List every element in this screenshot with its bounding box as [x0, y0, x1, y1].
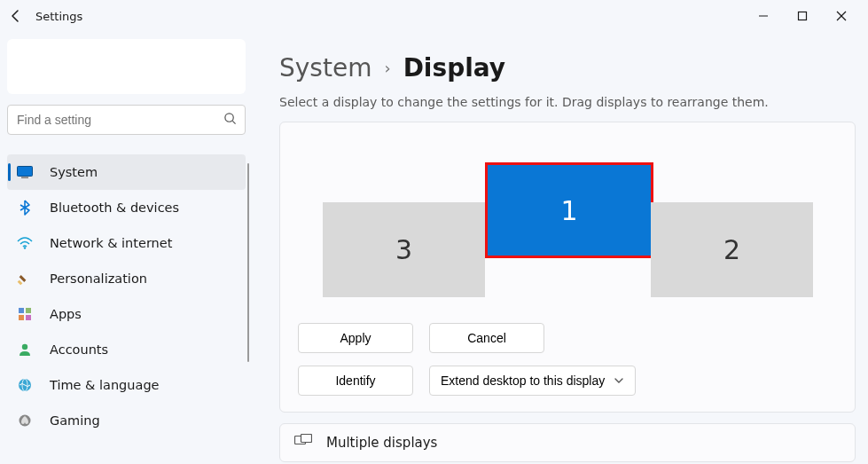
- search-container: [7, 105, 246, 135]
- maximize-button[interactable]: [794, 4, 811, 28]
- sidebar: System Bluetooth & devices Network & int…: [0, 32, 253, 464]
- system-icon: [16, 163, 34, 181]
- sidebar-item-accounts[interactable]: Accounts: [7, 332, 246, 367]
- svg-point-4: [225, 114, 233, 122]
- display-stage[interactable]: 3 1 2: [298, 133, 837, 316]
- back-button[interactable]: [4, 4, 28, 28]
- sidebar-item-label: System: [50, 165, 98, 179]
- svg-rect-12: [26, 308, 31, 313]
- multiple-displays-icon: [294, 434, 312, 452]
- sidebar-item-personalization[interactable]: Personalization: [7, 261, 246, 296]
- svg-rect-11: [19, 308, 24, 313]
- minimize-button[interactable]: [755, 4, 772, 28]
- search-input[interactable]: [7, 105, 246, 135]
- svg-line-5: [232, 121, 235, 123]
- title-bar: Settings: [0, 0, 868, 32]
- section-label: Multiple displays: [326, 435, 437, 451]
- sidebar-item-system[interactable]: System: [7, 154, 246, 190]
- sidebar-item-time[interactable]: Time & language: [7, 367, 246, 403]
- svg-point-8: [24, 247, 26, 248]
- sidebar-item-label: Apps: [50, 307, 82, 321]
- breadcrumb-parent[interactable]: System: [279, 53, 371, 83]
- svg-rect-13: [19, 315, 24, 320]
- account-card[interactable]: [7, 39, 246, 94]
- svg-rect-6: [18, 167, 33, 177]
- cancel-button[interactable]: Cancel: [429, 323, 544, 353]
- search-icon: [223, 112, 237, 128]
- svg-rect-14: [26, 315, 31, 320]
- display-mode-dropdown[interactable]: Extend desktop to this display: [429, 366, 636, 396]
- gaming-icon: [16, 412, 34, 429]
- breadcrumb-current: Display: [403, 53, 505, 83]
- sidebar-item-bluetooth[interactable]: Bluetooth & devices: [7, 190, 246, 225]
- close-button[interactable]: [833, 4, 850, 28]
- dropdown-label: Extend desktop to this display: [441, 374, 605, 388]
- svg-rect-1: [799, 12, 807, 20]
- sidebar-item-gaming[interactable]: Gaming: [7, 403, 246, 438]
- display-2[interactable]: 2: [651, 202, 813, 297]
- display-1-selected[interactable]: 1: [485, 162, 653, 258]
- svg-rect-20: [301, 435, 312, 443]
- svg-rect-7: [21, 177, 28, 179]
- sidebar-item-network[interactable]: Network & internet: [7, 225, 246, 261]
- nav-scrollbar[interactable]: [247, 163, 249, 362]
- multiple-displays-section[interactable]: Multiple displays: [279, 423, 856, 462]
- page-subtitle: Select a display to change the settings …: [279, 95, 856, 109]
- display-arrangement-card: 3 1 2 Apply Cancel Identify Extend deskt…: [279, 122, 856, 413]
- sidebar-item-label: Bluetooth & devices: [50, 201, 179, 215]
- sidebar-item-label: Network & internet: [50, 236, 172, 250]
- apply-button[interactable]: Apply: [298, 323, 413, 353]
- sidebar-item-label: Gaming: [50, 413, 100, 428]
- minimize-icon: [758, 11, 769, 21]
- sidebar-item-label: Accounts: [50, 342, 108, 357]
- apps-icon: [16, 305, 34, 323]
- main-content: System › Display Select a display to cha…: [253, 32, 868, 464]
- svg-point-15: [22, 344, 27, 350]
- chevron-down-icon: [614, 375, 624, 386]
- chevron-right-icon: ›: [384, 59, 390, 77]
- time-icon: [16, 376, 34, 394]
- personalization-icon: [16, 270, 34, 287]
- arrow-left-icon: [9, 9, 23, 23]
- sidebar-item-apps[interactable]: Apps: [7, 296, 246, 332]
- bluetooth-icon: [16, 199, 34, 216]
- window-title: Settings: [35, 10, 82, 23]
- close-icon: [836, 11, 847, 21]
- identify-button[interactable]: Identify: [298, 366, 413, 396]
- sidebar-item-label: Personalization: [50, 271, 147, 286]
- nav: System Bluetooth & devices Network & int…: [7, 154, 246, 438]
- maximize-icon: [797, 11, 808, 21]
- network-icon: [16, 234, 34, 252]
- accounts-icon: [16, 341, 34, 358]
- svg-rect-9: [18, 280, 23, 286]
- breadcrumb: System › Display: [279, 53, 856, 83]
- sidebar-item-label: Time & language: [50, 378, 160, 392]
- display-3[interactable]: 3: [323, 202, 485, 297]
